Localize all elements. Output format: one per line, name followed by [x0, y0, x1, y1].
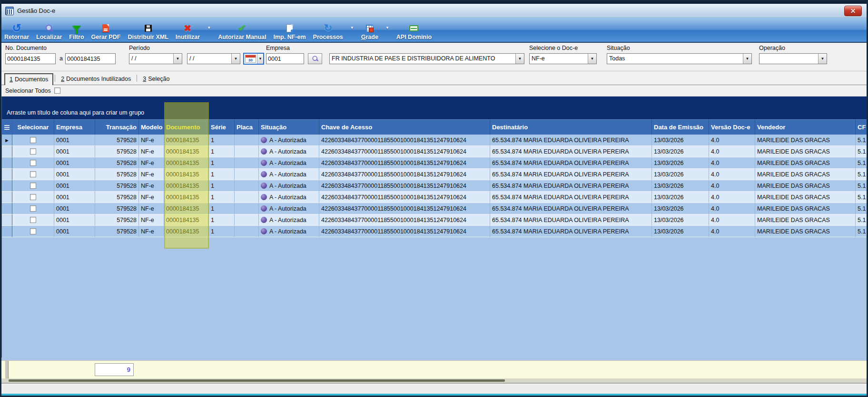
empresa-name-dropdown[interactable]: FR INDUSTRIA DE PAES E DISTRIBUIDORA DE …: [329, 53, 524, 64]
row-select-cell[interactable]: [12, 135, 54, 146]
row-checkbox[interactable]: [30, 217, 36, 223]
row-checkbox[interactable]: [30, 160, 36, 166]
filtro-button[interactable]: Filtro: [69, 23, 84, 40]
column-header-transacao[interactable]: Transação: [95, 119, 139, 135]
documento-from-input[interactable]: [5, 53, 56, 64]
column-header-placa[interactable]: Placa: [235, 119, 259, 135]
versao-cell: 4.0: [709, 157, 755, 169]
documento-cell: 0000184135: [164, 203, 209, 214]
column-header-data-emissao[interactable]: Data de Emissão: [652, 119, 709, 135]
processos-dropdown-caret-icon[interactable]: [350, 22, 354, 31]
column-header-destinatario[interactable]: Destinatário: [490, 119, 652, 135]
grade-button[interactable]: Grade: [361, 23, 378, 40]
column-header-versao[interactable]: Versão Doc-e: [709, 119, 755, 135]
table-row[interactable]: 0001579528NF-e00001841351A - Autorizada4…: [2, 192, 867, 203]
row-select-cell[interactable]: [12, 226, 54, 237]
placa-cell: [235, 157, 259, 169]
distribuir-xml-button[interactable]: Distribuir XML: [128, 23, 168, 40]
periodo-label: Período: [129, 45, 150, 51]
row-select-cell[interactable]: [12, 192, 54, 203]
column-header-documento[interactable]: Documento: [164, 119, 209, 135]
operacao-dropdown[interactable]: [759, 53, 827, 64]
periodo-to-dropdown[interactable]: / /: [187, 53, 240, 64]
table-row[interactable]: 0001579528NF-e00001841351A - Autorizada4…: [2, 135, 867, 146]
select-all-checkbox[interactable]: [54, 87, 60, 94]
group-by-bar[interactable]: Arraste um título de coluna aqui para cr…: [2, 97, 867, 119]
empresa-code-input[interactable]: [266, 53, 304, 64]
column-header-selecionar[interactable]: Selecionar: [12, 119, 54, 135]
api-dominio-button[interactable]: API Dominio: [396, 23, 432, 40]
retornar-button[interactable]: Retornar: [4, 23, 29, 40]
row-select-cell[interactable]: [12, 203, 54, 214]
row-select-cell[interactable]: [12, 214, 54, 226]
calendar-dropdown-caret-icon[interactable]: [257, 54, 263, 64]
row-checkbox[interactable]: [30, 148, 36, 155]
empresa-cell: 0001: [54, 214, 95, 226]
chave-cell: 4226033484377000011855001000184135124791…: [319, 146, 490, 157]
horizontal-scrollbar[interactable]: [1, 378, 867, 383]
column-header-empresa[interactable]: Empresa: [54, 119, 95, 135]
grid-menu-icon[interactable]: [2, 119, 12, 135]
inutilizar-button[interactable]: Inutilizar: [176, 23, 200, 40]
inutilizar-dropdown-caret-icon[interactable]: [207, 22, 211, 31]
row-checkbox[interactable]: [30, 205, 36, 212]
periodo-from-dropdown[interactable]: / /: [129, 53, 182, 64]
row-select-cell[interactable]: [12, 157, 54, 169]
filter-panel: No. Documento a Período / / / / Empresa …: [1, 43, 867, 71]
table-row[interactable]: 0001579528NF-e00001841351A - Autorizada4…: [2, 214, 867, 226]
table-row[interactable]: 0001579528NF-e00001841351A - Autorizada4…: [2, 169, 867, 180]
imp-nfem-button[interactable]: Imp. NF-em: [274, 23, 306, 40]
serie-cell: 1: [209, 203, 235, 214]
column-header-situacao[interactable]: Situação: [259, 119, 319, 135]
check-icon: [238, 22, 246, 34]
scrollbar-thumb[interactable]: [9, 379, 505, 382]
calendar-button[interactable]: [243, 53, 264, 65]
gerar-pdf-button[interactable]: Gerar PDF: [91, 23, 121, 40]
transacao-cell: 579528: [95, 226, 139, 237]
versao-cell: 4.0: [709, 203, 755, 214]
autorizar-manual-button[interactable]: Autorizar Manual: [218, 23, 266, 40]
doc-e-dropdown[interactable]: NF-e: [529, 53, 597, 64]
row-select-cell[interactable]: [12, 146, 54, 157]
table-row[interactable]: 0001579528NF-e00001841351A - Autorizada4…: [2, 226, 867, 237]
processos-button[interactable]: Processos: [313, 23, 343, 40]
status-sphere-icon: [261, 137, 267, 143]
column-header-chave[interactable]: Chave de Acesso: [319, 119, 490, 135]
documento-cell: 0000184135: [164, 214, 209, 226]
tab-documentos-inutilizados[interactable]: 2Documentos Inutilizados: [57, 74, 135, 85]
pdf-icon: [102, 24, 109, 32]
column-header-modelo[interactable]: Modelo: [139, 119, 164, 135]
row-checkbox[interactable]: [30, 171, 36, 177]
documento-cell: 0000184135: [164, 169, 209, 180]
table-row[interactable]: 0001579528NF-e00001841351A - Autorizada4…: [2, 180, 867, 192]
table-row[interactable]: 0001579528NF-e00001841351A - Autorizada4…: [2, 157, 867, 169]
record-count[interactable]: 9: [95, 363, 134, 376]
row-gutter: [2, 180, 12, 192]
tab-documentos[interactable]: 1Documentos: [4, 73, 53, 85]
row-checkbox[interactable]: [30, 228, 36, 234]
window-title: Gestão Doc-e: [17, 7, 55, 14]
versao-cell: 4.0: [709, 135, 755, 146]
vendedor-cell: MARILEIDE DAS GRACAS: [755, 169, 856, 180]
column-header-vendedor[interactable]: Vendedor: [755, 119, 856, 135]
versao-cell: 4.0: [709, 214, 755, 226]
data_emissao-cell: 13/03/2026: [652, 214, 709, 226]
search-icon: [46, 25, 53, 32]
empresa-search-button[interactable]: [308, 53, 322, 64]
table-row[interactable]: 0001579528NF-e00001841351A - Autorizada4…: [2, 146, 867, 157]
toolbar: Retornar Localizar Filtro Gerar PDF Dist…: [1, 18, 867, 43]
column-header-serie[interactable]: Série: [209, 119, 235, 135]
column-header-cf[interactable]: CF: [856, 119, 867, 135]
localizar-button[interactable]: Localizar: [36, 23, 62, 40]
row-checkbox[interactable]: [30, 183, 36, 189]
close-button[interactable]: [844, 6, 862, 16]
situacao-dropdown[interactable]: Todas: [607, 53, 752, 64]
table-row[interactable]: 0001579528NF-e00001841351A - Autorizada4…: [2, 203, 867, 214]
row-checkbox[interactable]: [30, 137, 36, 143]
grade-dropdown-caret-icon[interactable]: [385, 22, 389, 31]
row-select-cell[interactable]: [12, 169, 54, 180]
row-select-cell[interactable]: [12, 180, 54, 192]
tab-selecao[interactable]: 3Seleção: [138, 74, 174, 85]
documento-to-input[interactable]: [65, 53, 116, 64]
row-checkbox[interactable]: [30, 194, 36, 200]
